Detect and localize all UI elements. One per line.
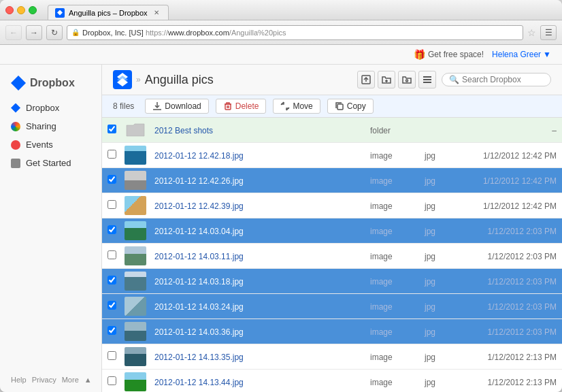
row-checkbox-cell[interactable] [102,218,122,244]
row-checkbox[interactable] [108,351,116,360]
forward-button[interactable]: → [26,25,42,40]
delete-button[interactable]: Delete [216,99,267,114]
file-type: image [370,252,393,261]
search-box: 🔍 [442,73,551,86]
minimize-button[interactable] [17,6,25,14]
table-row[interactable]: 2012-01-12 14.13.44.jpg image jpg 1/12/2… [102,370,562,393]
sidebar-item-sharing[interactable]: Sharing [0,117,101,135]
svg-rect-19 [337,104,343,110]
browser-window: Anguilla pics – Dropbox ✕ ← → ↻ 🔒 Dropbo… [0,0,562,392]
share-folder-icon-btn[interactable] [398,71,416,88]
row-checkbox-cell[interactable] [102,168,122,193]
row-checkbox[interactable] [108,326,116,335]
sidebar-item-dropbox[interactable]: Dropbox [0,99,101,117]
table-row[interactable]: 2012-01-12 12.42.26.jpg image jpg 1/12/2… [102,168,562,193]
back-button[interactable]: ← [5,25,22,40]
table-row[interactable]: 2012-01-12 12.42.18.jpg image jpg 1/12/2… [102,143,562,168]
file-ext-cell: jpg [419,294,453,319]
row-checkbox-cell[interactable] [102,269,122,294]
file-type-cell: image [365,319,419,344]
settings-icon-btn[interactable] [418,71,436,88]
table-row[interactable]: 2012-01-12 14.03.11.jpg image jpg 1/12/2… [102,244,562,269]
search-input[interactable] [462,75,544,84]
menu-button[interactable]: ☰ [540,25,557,40]
close-button[interactable] [5,6,14,14]
get-free-space-link[interactable]: 🎁 Get free space! [414,49,484,60]
file-type: image [370,302,393,312]
row-checkbox[interactable] [108,276,116,284]
move-button[interactable]: Move [273,99,320,114]
table-row[interactable]: 2012-01-12 14.03.24.jpg image jpg 1/12/2… [102,294,562,319]
file-name-cell[interactable]: 2012-01-12 12.42.18.jpg [149,143,365,168]
file-type-cell: image [365,143,419,168]
row-checkbox-cell[interactable] [102,294,122,319]
maximize-button[interactable] [29,6,37,14]
table-row[interactable]: 2012-01-12 14.03.18.jpg image jpg 1/12/2… [102,269,562,294]
file-name: 2012-01-12 14.13.35.jpg [154,353,244,362]
table-row[interactable]: 2012-01-12 14.03.04.jpg image jpg 1/12/2… [102,218,562,244]
download-button[interactable]: Download [145,99,208,114]
row-checkbox-cell[interactable] [102,193,122,218]
table-row[interactable]: 2012-01-12 14.13.35.jpg image jpg 1/12/2… [102,344,562,370]
row-checkbox[interactable] [108,225,116,234]
file-type: image [370,327,393,337]
svg-rect-10 [423,79,431,80]
user-menu[interactable]: Helena Greer ▼ [492,50,551,59]
file-type: image [370,151,393,161]
file-name-cell[interactable]: 2012-01-12 12.42.26.jpg [149,168,365,193]
refresh-button[interactable]: ↻ [46,25,63,40]
thumbnail-cell [122,244,149,269]
table-row[interactable]: 2012-01-12 12.42.39.jpg image jpg 1/12/2… [102,193,562,218]
file-name-cell[interactable]: 2012-01-12 14.13.35.jpg [149,344,365,370]
row-checkbox-cell[interactable] [102,244,122,269]
file-name-cell[interactable]: 2012-01-12 14.03.36.jpg [149,319,365,344]
file-name-cell[interactable]: 2012-01-12 14.03.04.jpg [149,218,365,244]
row-checkbox[interactable] [108,150,116,159]
row-checkbox[interactable] [108,125,116,133]
file-name-cell[interactable]: 2012-01-12 14.13.44.jpg [149,370,365,393]
file-name-cell[interactable]: 2012 Best shots [149,118,365,143]
row-checkbox[interactable] [108,175,116,184]
sidebar-item-events[interactable]: Events [0,135,101,154]
tab-close-button[interactable]: ✕ [152,8,161,18]
upload-icon-btn[interactable] [357,71,375,88]
dropbox-small-icon [11,103,20,113]
file-ext-cell [419,118,453,143]
file-date-cell: 1/12/2012 2:03 PM [453,269,562,294]
breadcrumb-title: Anguilla pics [145,73,214,87]
file-ext: jpg [425,252,435,261]
footer-help[interactable]: Help [11,376,27,384]
row-checkbox-cell[interactable] [102,143,122,168]
row-checkbox-cell[interactable] [102,319,122,344]
file-name-cell[interactable]: 2012-01-12 14.03.18.jpg [149,269,365,294]
file-name-cell[interactable]: 2012-01-12 14.03.24.jpg [149,294,365,319]
address-bar[interactable]: 🔒 Dropbox, Inc. [US] https://www.dropbox… [67,25,523,40]
header-actions: 🔍 [357,71,551,88]
bookmark-star[interactable]: ☆ [527,27,536,38]
row-checkbox-cell[interactable] [102,118,122,143]
new-folder-icon-btn[interactable] [378,71,395,88]
table-row[interactable]: 2012-01-12 14.03.36.jpg image jpg 1/12/2… [102,319,562,344]
file-date: 1/12/2012 2:13 PM [488,353,557,362]
file-name-cell[interactable]: 2012-01-12 12.42.39.jpg [149,193,365,218]
thumbnail-cell [122,218,149,244]
row-checkbox-cell[interactable] [102,344,122,370]
file-name: 2012-01-12 14.03.18.jpg [154,277,244,287]
file-list-header: 8 files Download Delete Move [102,95,562,118]
sidebar-label-sharing: Sharing [26,121,56,131]
file-name-cell[interactable]: 2012-01-12 14.03.11.jpg [149,244,365,269]
row-checkbox[interactable] [108,200,116,209]
table-row[interactable]: 2012 Best shots folder – [102,118,562,143]
row-checkbox-cell[interactable] [102,370,122,393]
footer-privacy[interactable]: Privacy [32,376,56,384]
row-checkbox[interactable] [108,376,116,385]
active-tab[interactable]: Anguilla pics – Dropbox ✕ [48,5,169,20]
sidebar-item-get-started[interactable]: Get Started [0,154,101,172]
copy-button[interactable]: Copy [327,99,374,114]
row-checkbox[interactable] [108,301,116,310]
row-checkbox[interactable] [108,250,116,259]
sidebar-footer: Help Privacy More ▲ [0,373,102,387]
sidebar-label-dropbox: Dropbox [26,103,59,113]
file-ext-cell: jpg [419,168,453,193]
footer-more[interactable]: More [62,376,79,384]
